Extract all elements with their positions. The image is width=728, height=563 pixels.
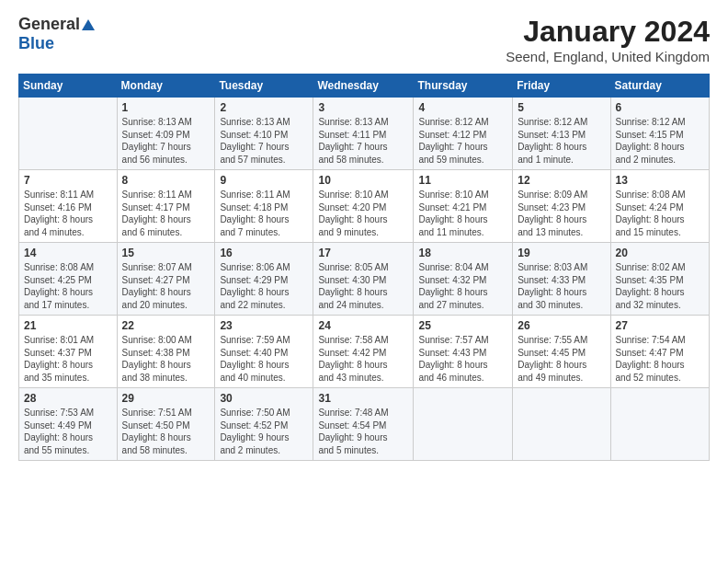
table-row: 11Sunrise: 8:10 AM Sunset: 4:21 PM Dayli… xyxy=(414,170,513,243)
day-number: 7 xyxy=(24,174,112,187)
cell-details: Sunrise: 8:08 AM Sunset: 4:24 PM Dayligh… xyxy=(616,189,704,238)
header-area: General Blue January 2024 Seend, England… xyxy=(18,15,710,64)
day-number: 21 xyxy=(24,319,112,332)
cell-details: Sunrise: 8:03 AM Sunset: 4:33 PM Dayligh… xyxy=(518,261,605,311)
table-row: 24Sunrise: 7:58 AM Sunset: 4:42 PM Dayli… xyxy=(313,316,414,388)
table-row: 7Sunrise: 8:11 AM Sunset: 4:16 PM Daylig… xyxy=(19,170,118,243)
table-row: 28Sunrise: 7:53 AM Sunset: 4:49 PM Dayli… xyxy=(19,388,118,461)
cell-details: Sunrise: 8:11 AM Sunset: 4:16 PM Dayligh… xyxy=(24,189,112,238)
table-row: 30Sunrise: 7:50 AM Sunset: 4:52 PM Dayli… xyxy=(215,388,313,461)
day-number: 15 xyxy=(122,247,210,259)
table-row: 14Sunrise: 8:08 AM Sunset: 4:25 PM Dayli… xyxy=(19,243,118,316)
day-number: 6 xyxy=(616,101,704,114)
week-row-1: 1Sunrise: 8:13 AM Sunset: 4:09 PM Daylig… xyxy=(19,98,710,170)
day-number: 31 xyxy=(318,392,408,405)
table-row: 23Sunrise: 7:59 AM Sunset: 4:40 PM Dayli… xyxy=(215,316,313,388)
cell-details: Sunrise: 8:05 AM Sunset: 4:30 PM Dayligh… xyxy=(318,261,408,311)
cell-details: Sunrise: 8:02 AM Sunset: 4:35 PM Dayligh… xyxy=(616,261,704,311)
svg-marker-0 xyxy=(82,19,95,30)
week-row-2: 7Sunrise: 8:11 AM Sunset: 4:16 PM Daylig… xyxy=(19,170,710,243)
cell-details: Sunrise: 8:10 AM Sunset: 4:21 PM Dayligh… xyxy=(418,189,507,238)
table-row: 13Sunrise: 8:08 AM Sunset: 4:24 PM Dayli… xyxy=(610,170,709,243)
day-number: 2 xyxy=(220,101,308,114)
cell-details: Sunrise: 8:11 AM Sunset: 4:17 PM Dayligh… xyxy=(122,189,210,238)
day-number: 29 xyxy=(122,392,210,405)
table-row: 20Sunrise: 8:02 AM Sunset: 4:35 PM Dayli… xyxy=(610,243,709,316)
day-number: 22 xyxy=(122,319,210,332)
table-row xyxy=(414,388,513,461)
cell-details: Sunrise: 7:55 AM Sunset: 4:45 PM Dayligh… xyxy=(518,334,605,384)
table-row: 1Sunrise: 8:13 AM Sunset: 4:09 PM Daylig… xyxy=(117,98,215,170)
day-number: 1 xyxy=(122,101,210,114)
day-number: 9 xyxy=(220,174,308,187)
cell-details: Sunrise: 8:10 AM Sunset: 4:20 PM Dayligh… xyxy=(318,189,408,238)
day-number: 10 xyxy=(318,174,408,187)
cell-details: Sunrise: 7:57 AM Sunset: 4:43 PM Dayligh… xyxy=(418,334,507,384)
col-thursday: Thursday xyxy=(414,75,513,98)
table-row: 6Sunrise: 8:12 AM Sunset: 4:15 PM Daylig… xyxy=(610,98,709,170)
day-number: 3 xyxy=(318,101,408,114)
cell-details: Sunrise: 7:48 AM Sunset: 4:54 PM Dayligh… xyxy=(318,407,408,456)
table-row: 26Sunrise: 7:55 AM Sunset: 4:45 PM Dayli… xyxy=(513,316,610,388)
col-wednesday: Wednesday xyxy=(313,75,414,98)
calendar-subtitle: Seend, England, United Kingdom xyxy=(506,49,710,64)
table-row: 29Sunrise: 7:51 AM Sunset: 4:50 PM Dayli… xyxy=(117,388,215,461)
table-row: 18Sunrise: 8:04 AM Sunset: 4:32 PM Dayli… xyxy=(414,243,513,316)
cell-details: Sunrise: 8:06 AM Sunset: 4:29 PM Dayligh… xyxy=(220,261,308,311)
table-row xyxy=(610,388,709,461)
table-row: 31Sunrise: 7:48 AM Sunset: 4:54 PM Dayli… xyxy=(313,388,414,461)
cell-details: Sunrise: 8:08 AM Sunset: 4:25 PM Dayligh… xyxy=(24,261,112,311)
cell-details: Sunrise: 7:53 AM Sunset: 4:49 PM Dayligh… xyxy=(24,407,112,456)
cell-details: Sunrise: 8:13 AM Sunset: 4:11 PM Dayligh… xyxy=(318,116,408,166)
day-number: 24 xyxy=(318,319,408,332)
table-row: 3Sunrise: 8:13 AM Sunset: 4:11 PM Daylig… xyxy=(313,98,414,170)
day-number: 14 xyxy=(24,247,112,259)
cell-details: Sunrise: 7:54 AM Sunset: 4:47 PM Dayligh… xyxy=(616,334,704,384)
calendar-title: January 2024 xyxy=(506,15,710,49)
calendar-table: Sunday Monday Tuesday Wednesday Thursday… xyxy=(18,74,710,461)
day-number: 25 xyxy=(418,319,507,332)
cell-details: Sunrise: 8:09 AM Sunset: 4:23 PM Dayligh… xyxy=(518,189,605,238)
logo-general-text: General xyxy=(18,15,80,34)
day-number: 4 xyxy=(418,101,507,114)
table-row: 15Sunrise: 8:07 AM Sunset: 4:27 PM Dayli… xyxy=(117,243,215,316)
cell-details: Sunrise: 8:04 AM Sunset: 4:32 PM Dayligh… xyxy=(418,261,507,311)
cell-details: Sunrise: 8:12 AM Sunset: 4:13 PM Dayligh… xyxy=(518,116,605,166)
cell-details: Sunrise: 8:07 AM Sunset: 4:27 PM Dayligh… xyxy=(122,261,210,311)
day-number: 27 xyxy=(616,319,704,332)
day-number: 30 xyxy=(220,392,308,405)
table-row: 21Sunrise: 8:01 AM Sunset: 4:37 PM Dayli… xyxy=(19,316,118,388)
table-row: 27Sunrise: 7:54 AM Sunset: 4:47 PM Dayli… xyxy=(610,316,709,388)
col-friday: Friday xyxy=(513,75,610,98)
table-row: 22Sunrise: 8:00 AM Sunset: 4:38 PM Dayli… xyxy=(117,316,215,388)
cell-details: Sunrise: 8:13 AM Sunset: 4:09 PM Dayligh… xyxy=(122,116,210,166)
day-number: 26 xyxy=(518,319,605,332)
table-row: 12Sunrise: 8:09 AM Sunset: 4:23 PM Dayli… xyxy=(513,170,610,243)
day-number: 23 xyxy=(220,319,308,332)
table-row xyxy=(513,388,610,461)
cell-details: Sunrise: 8:01 AM Sunset: 4:37 PM Dayligh… xyxy=(24,334,112,384)
table-row: 16Sunrise: 8:06 AM Sunset: 4:29 PM Dayli… xyxy=(215,243,313,316)
table-row: 25Sunrise: 7:57 AM Sunset: 4:43 PM Dayli… xyxy=(414,316,513,388)
day-number: 8 xyxy=(122,174,210,187)
col-saturday: Saturday xyxy=(610,75,709,98)
table-row: 17Sunrise: 8:05 AM Sunset: 4:30 PM Dayli… xyxy=(313,243,414,316)
day-number: 12 xyxy=(518,174,605,187)
logo-triangle-icon xyxy=(81,17,96,32)
table-row: 10Sunrise: 8:10 AM Sunset: 4:20 PM Dayli… xyxy=(313,170,414,243)
table-row: 2Sunrise: 8:13 AM Sunset: 4:10 PM Daylig… xyxy=(215,98,313,170)
cell-details: Sunrise: 8:12 AM Sunset: 4:12 PM Dayligh… xyxy=(418,116,507,166)
day-number: 19 xyxy=(518,247,605,259)
logo: General Blue xyxy=(18,15,97,53)
day-number: 17 xyxy=(318,247,408,259)
col-tuesday: Tuesday xyxy=(215,75,313,98)
page: General Blue January 2024 Seend, England… xyxy=(0,0,728,470)
day-number: 28 xyxy=(24,392,112,405)
week-row-5: 28Sunrise: 7:53 AM Sunset: 4:49 PM Dayli… xyxy=(19,388,710,461)
table-row: 8Sunrise: 8:11 AM Sunset: 4:17 PM Daylig… xyxy=(117,170,215,243)
header-row: Sunday Monday Tuesday Wednesday Thursday… xyxy=(19,75,710,98)
cell-details: Sunrise: 8:00 AM Sunset: 4:38 PM Dayligh… xyxy=(122,334,210,384)
title-block: January 2024 Seend, England, United King… xyxy=(506,15,710,64)
logo-blue-text: Blue xyxy=(18,34,54,53)
cell-details: Sunrise: 8:13 AM Sunset: 4:10 PM Dayligh… xyxy=(220,116,308,166)
